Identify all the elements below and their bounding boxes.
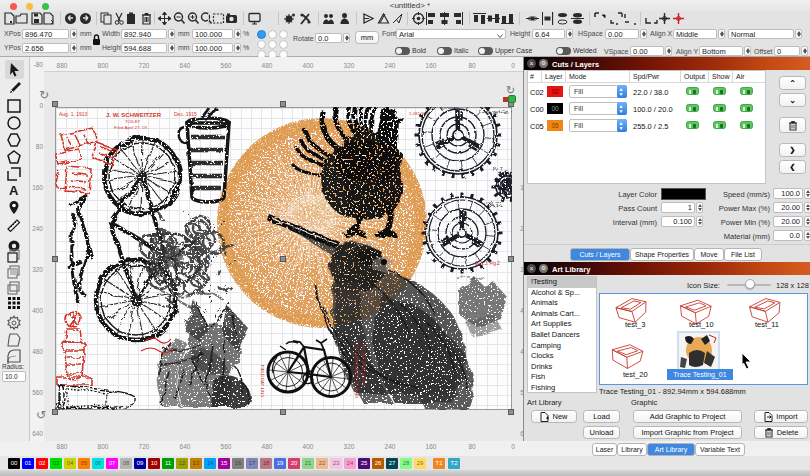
svg-text:Filed April 27, 19..: Filed April 27, 19.. xyxy=(114,125,149,130)
svg-text:A. L. JOHNSON: A. L. JOHNSON xyxy=(427,107,460,111)
svg-text:A: A xyxy=(9,183,19,198)
svg-text:1,084,431: 1,084,431 xyxy=(483,203,504,208)
svg-text:No 333 SERIES 1913: No 333 SERIES 1913 xyxy=(361,345,366,386)
svg-text:U.S. DEPARTMENT OF AGRI.: U.S. DEPARTMENT OF AGRI. xyxy=(354,342,359,399)
svg-text:TOILET: TOILET xyxy=(125,119,141,124)
svg-text:Dec. 1915: Dec. 1915 xyxy=(174,111,197,117)
svg-text:Patented Jan 13, 1914: Patented Jan 13, 1914 xyxy=(483,111,512,116)
svg-text:No 7.: No 7. xyxy=(493,167,504,172)
svg-text:FIELD DAY 1913: FIELD DAY 1913 xyxy=(260,365,265,397)
svg-text:at the mountain: at the mountain xyxy=(457,275,485,280)
svg-text:J. W. SCHWEITZER: J. W. SCHWEITZER xyxy=(106,112,162,118)
svg-text:Aug. 1, 1913: Aug. 1, 1913 xyxy=(59,111,88,117)
svg-text:SCL.J. Fig.2: SCL.J. Fig.2 xyxy=(475,261,500,266)
